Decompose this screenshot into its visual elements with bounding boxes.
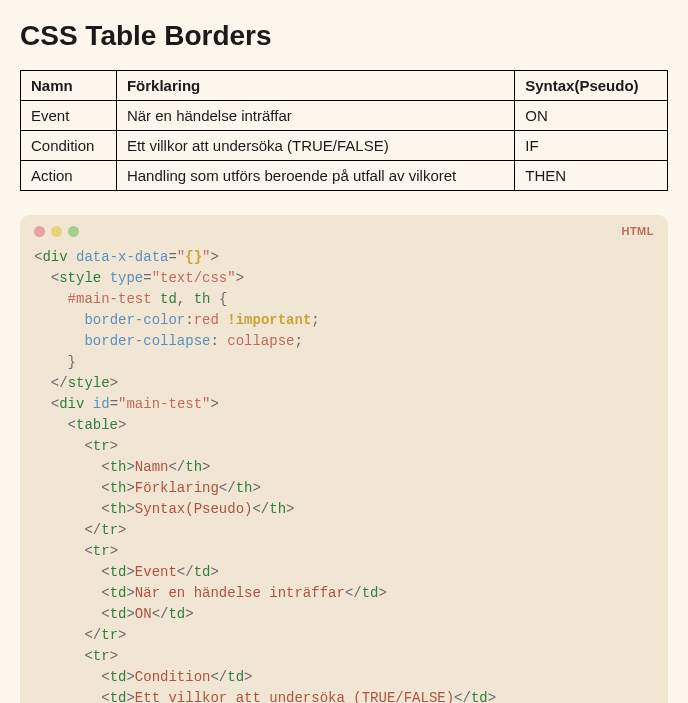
code-header: HTML <box>20 215 668 241</box>
table-cell: ON <box>515 101 668 131</box>
code-language-label: HTML <box>621 225 654 237</box>
table-row: Action Handling som utförs beroende på u… <box>21 161 668 191</box>
table-cell: Condition <box>21 131 117 161</box>
window-dot-green-icon <box>68 226 79 237</box>
page-title: CSS Table Borders <box>20 20 668 52</box>
col-header: Syntax(Pseudo) <box>515 71 668 101</box>
table-header-row: Namn Förklaring Syntax(Pseudo) <box>21 71 668 101</box>
code-content: <div data-x-data="{}"> <style type="text… <box>20 241 668 703</box>
table-cell: IF <box>515 131 668 161</box>
window-dots <box>34 226 79 237</box>
table-cell: När en händelse inträffar <box>116 101 514 131</box>
table-cell: Ett villkor att undersöka (TRUE/FALSE) <box>116 131 514 161</box>
window-dot-red-icon <box>34 226 45 237</box>
col-header: Förklaring <box>116 71 514 101</box>
table-row: Condition Ett villkor att undersöka (TRU… <box>21 131 668 161</box>
table-cell: THEN <box>515 161 668 191</box>
example-table: Namn Förklaring Syntax(Pseudo) Event När… <box>20 70 668 191</box>
col-header: Namn <box>21 71 117 101</box>
table-cell: Handling som utförs beroende på utfall a… <box>116 161 514 191</box>
window-dot-yellow-icon <box>51 226 62 237</box>
code-block: HTML <div data-x-data="{}"> <style type=… <box>20 215 668 703</box>
table-row: Event När en händelse inträffar ON <box>21 101 668 131</box>
table-cell: Event <box>21 101 117 131</box>
table-cell: Action <box>21 161 117 191</box>
